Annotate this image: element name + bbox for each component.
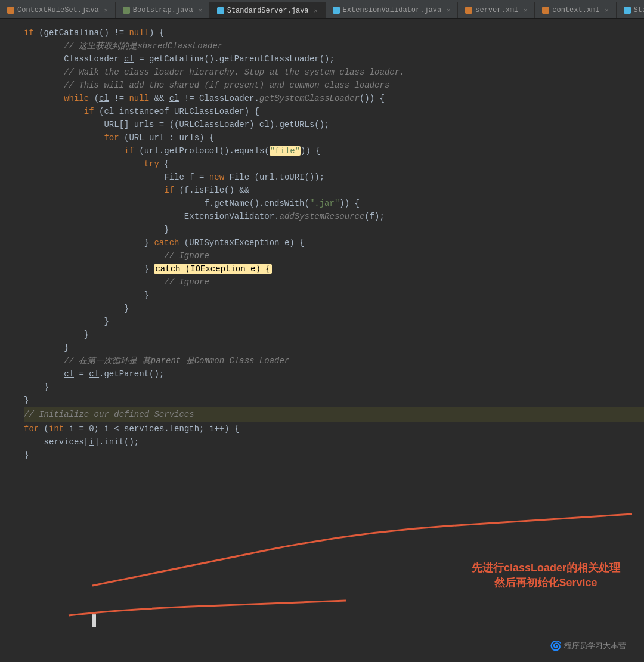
code-line-27: cl = cl.getParent(); — [0, 367, 644, 381]
code-line-17: } catch (URISyntaxException e) { — [0, 236, 644, 249]
tab-bar: ContextRuleSet.java ✕ Bootstrap.java ✕ S… — [0, 0, 644, 19]
tab-icon-contextruleset — [7, 7, 14, 14]
code-line-29: } — [0, 394, 644, 407]
code-line-24: } — [0, 328, 644, 341]
code-line-32: services[i].init(); — [0, 435, 644, 448]
code-line-4: // Walk the class loader hierarchy. Stop… — [0, 66, 644, 79]
tab-extensionvalidator[interactable]: ExtensionValidator.java ✕ — [326, 2, 459, 18]
tab-label-extensionvalidator: ExtensionValidator.java — [343, 6, 442, 14]
tab-label-contextruleset: ContextRuleSet.java — [17, 6, 99, 14]
watermark: 🌀 程序员学习大本营 — [550, 640, 626, 651]
tab-icon-standardc — [624, 7, 631, 14]
tab-icon-serverxml — [465, 7, 472, 14]
code-line-21: } — [0, 289, 644, 302]
code-line-12: File f = new File (url.toURI()); — [0, 171, 644, 184]
code-line-6: while (cl != null && cl != ClassLoader.g… — [0, 92, 644, 105]
code-line-31: for (int i = 0; i < services.length; i++… — [0, 422, 644, 435]
code-line-15: ExtensionValidator.addSystemResource(f); — [0, 210, 644, 223]
tab-standardc[interactable]: StandardC — [617, 2, 644, 18]
code-line-3: ClassLoader cl = getCatalina().getParent… — [0, 52, 644, 66]
code-line-26: // 在第一次循环是 其parent 是Common Class Loader — [0, 354, 644, 367]
tab-icon-contextxml — [542, 7, 549, 14]
annotation-line2: 然后再初始化Service — [472, 576, 620, 590]
tab-icon-standardserver — [217, 7, 224, 14]
code-line-11: try { — [0, 157, 644, 171]
code-line-18: // Ignore — [0, 249, 644, 262]
tab-close-contextxml[interactable]: ✕ — [605, 7, 609, 14]
tab-contextruleset[interactable]: ContextRuleSet.java ✕ — [0, 2, 116, 18]
tab-contextxml[interactable]: context.xml ✕ — [535, 2, 616, 18]
tab-close-extensionvalidator[interactable]: ✕ — [447, 7, 450, 14]
tab-close-bootstrap[interactable]: ✕ — [199, 7, 202, 14]
code-editor: if (getCatalina() != null) { // 这里获取到的是s… — [0, 19, 644, 662]
code-line-20: // Ignore — [0, 276, 644, 289]
code-line-1: if (getCatalina() != null) { — [0, 26, 644, 39]
tab-close-standardserver[interactable]: ✕ — [314, 7, 318, 14]
tab-icon-bootstrap — [123, 7, 130, 14]
code-line-8: URL[] urls = ((URLClassLoader) cl).getUR… — [0, 118, 644, 131]
tab-standardserver[interactable]: StandardServer.java ✕ — [210, 2, 326, 18]
code-line-14: f.getName().endsWith(".jar")) { — [0, 197, 644, 210]
annotation-line1: 先进行classLoader的相关处理 — [472, 561, 620, 576]
code-line-33: } — [0, 448, 644, 462]
cursor: ▌ — [92, 614, 100, 628]
code-line-16: } — [0, 223, 644, 236]
code-line-2: // 这里获取到的是sharedClassLoader — [0, 39, 644, 52]
tab-label-standardc: StandardC — [634, 6, 644, 14]
tab-close-contextruleset[interactable]: ✕ — [104, 7, 108, 14]
tab-label-contextxml: context.xml — [552, 6, 599, 14]
code-line-22: } — [0, 302, 644, 315]
tab-bootstrap[interactable]: Bootstrap.java ✕ — [116, 2, 210, 18]
code-line-7: if (cl instanceof URLClassLoader) { — [0, 105, 644, 118]
code-line-5: // This will add the shared (if present)… — [0, 79, 644, 92]
tab-label-serverxml: server.xml — [475, 6, 518, 14]
code-line-19: } catch (IOException e) { — [0, 262, 644, 276]
annotation-text: 先进行classLoader的相关处理 然后再初始化Service — [472, 561, 620, 590]
tab-label-standardserver: StandardServer.java — [227, 7, 309, 15]
tab-label-bootstrap: Bootstrap.java — [133, 6, 193, 14]
code-line-23: } — [0, 315, 644, 328]
code-line-13: if (f.isFile() && — [0, 184, 644, 197]
tab-icon-extensionvalidator — [333, 7, 340, 14]
tab-close-serverxml[interactable]: ✕ — [524, 7, 527, 14]
code-line-9: for (URL url : urls) { — [0, 131, 644, 144]
code-line-28: } — [0, 381, 644, 394]
code-line-10: if (url.getProtocol().equals("file")) { — [0, 144, 644, 157]
tab-serverxml[interactable]: server.xml ✕ — [458, 2, 535, 18]
code-line-30: // Initialize our defined Services — [0, 407, 644, 422]
code-line-25: } — [0, 341, 644, 354]
